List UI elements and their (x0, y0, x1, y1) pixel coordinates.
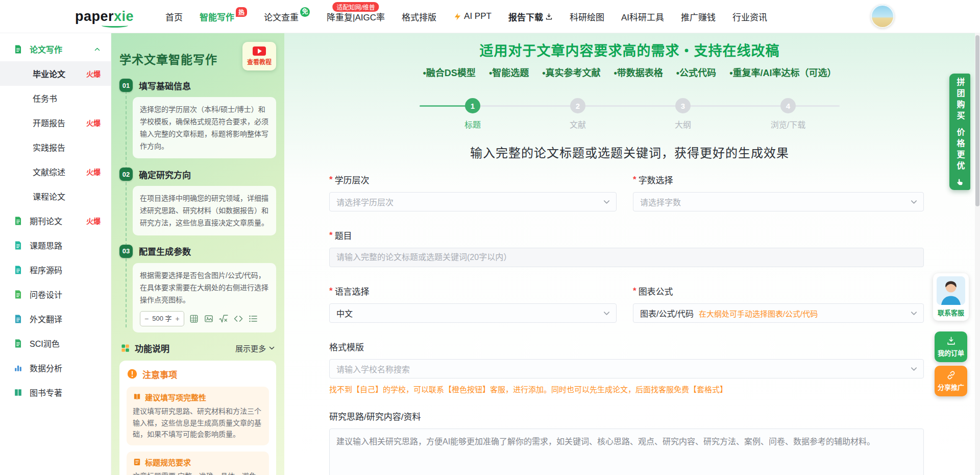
sidebar-item-task-book[interactable]: 任务书 (0, 86, 111, 110)
template-note: 找不到【自己】的学校，可以联系【橙色按钮】客服，进行添加。同时也可以先生成论文，… (329, 384, 924, 394)
sidebar-item-practice-report[interactable]: 实践报告 (0, 135, 111, 159)
sidebar-item-label: SCI润色 (30, 337, 60, 349)
group-buy-text-2: 价格更优 (954, 128, 966, 173)
sidebar-item-label: 图书专著 (30, 386, 62, 398)
logo-text-xie: xie (114, 9, 134, 24)
research-textarea-wrap: 0/1500 (329, 429, 924, 475)
nav-item-ai-research-tools[interactable]: AI科研工具 (621, 10, 664, 23)
tutorial-label: 查看教程 (247, 57, 272, 66)
sidebar-group-paper-writing[interactable]: 论文写作 (0, 37, 111, 61)
language-select[interactable]: 中文 (329, 303, 617, 323)
sidebar-item-data-analysis[interactable]: 数据分析 (0, 355, 111, 380)
ai-ppt-icon (453, 12, 462, 21)
nav-item-promotion-earn[interactable]: 推广赚钱 (681, 10, 716, 23)
sidebar-item-book-monograph[interactable]: 图书专著 (0, 380, 111, 405)
guide-step-1-header: 01 填写基础信息 (119, 79, 276, 92)
page-scrollbar[interactable] (975, 33, 980, 475)
field-label-text: 图表公式 (639, 284, 673, 297)
notice-item-title: 建议填写项完整性 (145, 392, 206, 402)
feature-item: •真实参考文献 (542, 65, 600, 79)
sidebar-item-journal-paper[interactable]: 期刊论文 火爆 (0, 208, 111, 233)
sidebar-item-source-code[interactable]: 程序源码 (0, 257, 111, 282)
contact-service-widget[interactable]: 联系客服 (933, 273, 969, 321)
nav-item-research-drawing[interactable]: 科研绘图 (570, 10, 604, 23)
step-number-badge: 03 (119, 245, 133, 258)
group-buy-banner[interactable]: 拼团购买 价格更优 (949, 74, 970, 190)
step-circle: 4 (780, 98, 796, 113)
table-icon[interactable] (189, 314, 199, 324)
required-asterisk: * (329, 175, 333, 185)
notice-item-title: 标题规范要求 (145, 457, 191, 467)
sidebar-item-foreign-translation[interactable]: 外文翻译 (0, 306, 111, 331)
show-more-button[interactable]: 展示更多 (235, 343, 275, 353)
nav-item-home[interactable]: 首页 (165, 10, 183, 23)
chevron-down-icon (910, 310, 918, 317)
group-buy-text-1: 拼团购买 (954, 78, 966, 123)
step-outline[interactable]: 3 大纲 (647, 98, 719, 130)
chevron-down-icon (910, 198, 918, 206)
field-label-text: 学历层次 (335, 173, 370, 186)
features-label-group: 功能说明 (120, 342, 169, 354)
template-select[interactable]: 请输入学校名称搜索 (329, 359, 924, 378)
step-number-badge: 02 (119, 168, 133, 181)
field-label-text: 格式模版 (329, 340, 364, 353)
main-content: 适用对于文章内容要求高的需求・支持在线改稿 •融合DS模型 •智能选题 •真实参… (284, 33, 975, 475)
sidebar-group-label: 论文写作 (30, 43, 62, 55)
step-literature[interactable]: 2 文献 (542, 98, 614, 130)
brand-logo[interactable]: paperxie (75, 9, 134, 25)
chart-formula-select[interactable]: 图表/公式/代码 在大纲处可手动选择图表/公式/代码 (633, 303, 924, 323)
translation-icon (13, 314, 23, 324)
degree-select[interactable]: 请选择学历层次 (329, 192, 617, 211)
questionnaire-icon (13, 290, 23, 299)
word-count-stepper[interactable]: − 500 字 + (140, 311, 184, 326)
share-promote-button[interactable]: 分享推广 (935, 366, 967, 396)
view-tutorial-button[interactable]: 查看教程 (242, 42, 276, 70)
sidebar-item-label: 毕业论文 (33, 67, 65, 80)
plus-button[interactable]: + (176, 313, 180, 325)
sidebar-item-course-paper[interactable]: 课程论文 (0, 184, 111, 208)
sidebar-item-sci-polish[interactable]: SCI润色 (0, 331, 111, 355)
sidebar-item-graduation-thesis[interactable]: 毕业论文 火爆 (0, 61, 111, 86)
nav-item-report-download[interactable]: 报告下载 (508, 10, 553, 23)
step-label: 浏览/下载 (752, 118, 824, 130)
sidebar-item-questionnaire-design[interactable]: 问卷设计 (0, 282, 111, 306)
step-number-badge: 01 (119, 79, 133, 92)
nav-item-smart-writing[interactable]: 智能写作 热 (200, 10, 247, 23)
minus-button[interactable]: − (144, 313, 149, 325)
nav-item-format-typeset[interactable]: 格式排版 (402, 10, 436, 23)
guide-steps: 01 填写基础信息 选择您的学历层次（本科/硕士/博士）和学校模板，确保格式规范… (119, 79, 276, 332)
required-asterisk: * (329, 286, 333, 296)
nav-item-reduce-aigc[interactable]: 适配知网/维普 降重复|AIGC率 (327, 10, 385, 23)
my-orders-button[interactable]: 我的订单 (935, 331, 967, 362)
hot-tag: 火爆 (86, 167, 101, 177)
nav-item-plagiarism-check[interactable]: 论文查重 免 (264, 10, 310, 23)
chart-formula-hint: 在大纲处可手动选择图表/公式/代码 (699, 308, 818, 319)
topic-ideas-icon (13, 241, 23, 250)
research-textarea[interactable] (329, 429, 924, 475)
book-monograph-icon (13, 388, 23, 397)
user-avatar[interactable] (871, 5, 894, 28)
nav-label: AI PPT (464, 11, 492, 21)
scrollbar-thumb[interactable] (975, 35, 979, 206)
title-input[interactable] (329, 248, 924, 267)
template-field: 格式模版 请输入学校名称搜索 (329, 340, 924, 378)
language-field: * 语言选择 中文 (329, 284, 617, 323)
word-count-select[interactable]: 请选择字数 (633, 192, 924, 211)
step-title[interactable]: 1 标题 (437, 98, 508, 130)
sidebar-item-topic-ideas[interactable]: 课题思路 (0, 233, 111, 257)
notice-item-body: 文章标题需要 完整、准确、具体，避免过于宽泛或模糊的表述，好的标题有助于系统理解 (133, 470, 263, 475)
nav-label: 降重复|AIGC率 (327, 10, 385, 23)
code-icon[interactable] (233, 314, 243, 324)
step-preview-download[interactable]: 4 浏览/下载 (752, 98, 824, 130)
formula-icon[interactable] (218, 314, 229, 324)
select-placeholder: 请输入学校名称搜索 (336, 363, 410, 375)
guide-step-title: 填写基础信息 (139, 79, 191, 92)
sidebar-item-proposal-report[interactable]: 开题报告 火爆 (0, 110, 111, 135)
hot-badge: 热 (236, 7, 247, 17)
field-label-text: 研究思路/研究内容/资料 (329, 410, 421, 422)
sidebar-item-literature-review[interactable]: 文献综述 火爆 (0, 159, 111, 184)
outline-list-icon[interactable] (248, 314, 258, 324)
nav-item-ai-ppt[interactable]: AI PPT (453, 11, 492, 21)
nav-item-industry-news[interactable]: 行业资讯 (732, 10, 767, 23)
image-icon[interactable] (204, 314, 214, 324)
